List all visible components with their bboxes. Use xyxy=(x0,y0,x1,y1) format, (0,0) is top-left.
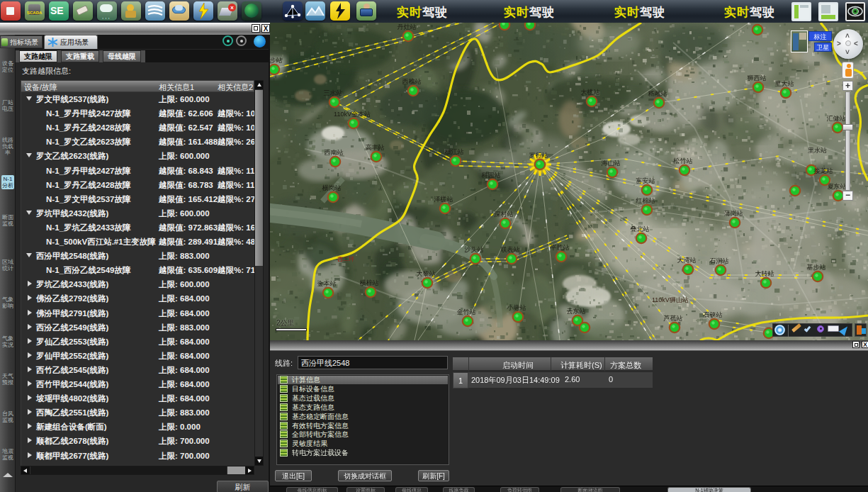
svg-text:小塘站: 小塘站 xyxy=(507,304,526,311)
svg-text:芦苞站: 芦苞站 xyxy=(663,315,683,322)
svg-text:西南站: 西南站 xyxy=(325,149,344,156)
svg-text:接龙站: 接龙站 xyxy=(813,167,833,174)
svg-text:叠北站: 叠北站 xyxy=(631,225,650,233)
svg-text:高丰站: 高丰站 xyxy=(366,144,385,151)
svg-text:石硖站: 石硖站 xyxy=(703,311,723,318)
svg-text:横岗站: 横岗站 xyxy=(322,184,342,191)
svg-text:横梓站: 横梓站 xyxy=(360,279,379,286)
svg-text:平胜站: 平胜站 xyxy=(551,244,570,251)
svg-text:海山站: 海山站 xyxy=(602,160,621,167)
svg-text:夏东站: 夏东站 xyxy=(828,183,847,190)
svg-text:富安站: 富安站 xyxy=(636,177,655,184)
svg-text:三水站: 三水站 xyxy=(324,89,343,96)
svg-text:横江站: 横江站 xyxy=(445,148,464,155)
svg-text:蒲岗站: 蒲岗站 xyxy=(724,210,743,217)
svg-text:糈雕站: 糈雕站 xyxy=(648,90,667,97)
svg-text:大黎站: 大黎站 xyxy=(417,270,436,277)
svg-text:深村站: 深村站 xyxy=(495,211,514,218)
svg-text:110kV狮山站: 110kV狮山站 xyxy=(652,296,689,303)
svg-text:泽槎站: 泽槎站 xyxy=(434,196,453,203)
svg-text:金本站: 金本站 xyxy=(317,280,337,287)
svg-text:大转站: 大转站 xyxy=(755,270,774,277)
svg-text:汇健站: 汇健站 xyxy=(827,115,846,122)
svg-text:松竹站: 松竹站 xyxy=(673,157,693,164)
svg-text:云东站: 云东站 xyxy=(567,308,586,315)
svg-text:110kV金本站: 110kV金本站 xyxy=(334,111,371,118)
svg-text:狮西站: 狮西站 xyxy=(748,74,767,82)
svg-text:石涧站: 石涧站 xyxy=(709,257,729,264)
svg-text:罗行站: 罗行站 xyxy=(529,152,548,159)
svg-text:联表站: 联表站 xyxy=(501,246,520,253)
svg-text:大榄站: 大榄站 xyxy=(581,89,600,96)
svg-text:基步站: 基步站 xyxy=(807,264,826,271)
svg-text:里水站: 里水站 xyxy=(808,147,827,154)
svg-text:科园站: 科园站 xyxy=(482,172,501,179)
svg-text:里大站: 里大站 xyxy=(775,80,794,87)
svg-text:炭步站: 炭步站 xyxy=(270,57,283,64)
svg-text:沙头站: 沙头站 xyxy=(464,246,484,253)
svg-text:红棉站: 红棉站 xyxy=(636,197,655,204)
svg-text:西二环: 西二环 xyxy=(337,256,354,262)
svg-text:大湾站: 大湾站 xyxy=(677,257,697,264)
svg-text:丹灶站: 丹灶站 xyxy=(398,23,417,30)
svg-text:西樵站: 西樵站 xyxy=(402,78,422,85)
svg-text:金竹站: 金竹站 xyxy=(457,308,476,315)
